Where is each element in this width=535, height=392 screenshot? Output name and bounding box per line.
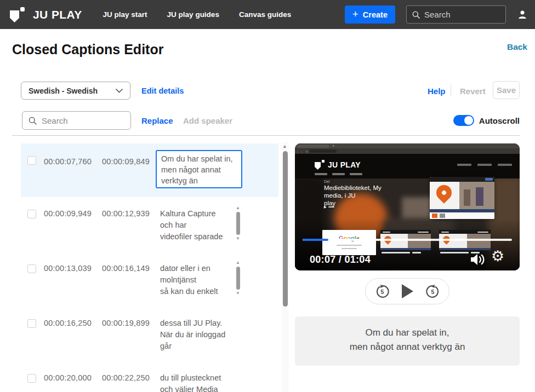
caption-row: 00:00:20,000 00:00:22,250 du till pluste… xyxy=(21,367,278,392)
caption-checkbox[interactable] xyxy=(27,210,36,218)
back-link[interactable]: Back xyxy=(507,42,527,52)
user-icon[interactable] xyxy=(517,9,528,20)
caption-end-time[interactable]: 00:00:16,149 xyxy=(102,264,150,273)
card-photo xyxy=(459,182,494,209)
forward-5-button[interactable]: 5 xyxy=(425,284,440,299)
rewind-seconds-label: 5 xyxy=(380,289,384,295)
toggle-knob xyxy=(464,116,473,125)
video-chapter-label: Del xyxy=(324,180,330,183)
caption-start-time[interactable]: 00:00:16,250 xyxy=(44,319,92,327)
video-browser-url xyxy=(309,149,337,153)
revert-button[interactable]: Revert xyxy=(460,87,486,96)
caption-text[interactable]: dessa till JU Play. När du är inloggad g… xyxy=(160,318,232,352)
caption-row: 00:00:07,760 00:00:09,849 Om du har spel… xyxy=(21,143,278,197)
scroll-up-icon[interactable]: ▲ xyxy=(236,260,240,266)
nav-link-ju-play-guides[interactable]: JU play guides xyxy=(167,10,219,19)
video-player[interactable]: + ‹ › ↻ JU PLAY Del Mediebiblioteket, My… xyxy=(295,143,520,270)
create-button[interactable]: + Create xyxy=(345,5,395,24)
video-blur-shape xyxy=(402,197,433,220)
video-browser-newtab: + xyxy=(332,144,334,148)
caption-end-time[interactable]: 00:00:19,899 xyxy=(102,319,150,327)
settings-gear-icon[interactable]: ⚙ xyxy=(491,249,504,264)
caption-end-time[interactable]: 00:00:22,250 xyxy=(102,373,150,382)
video-ju-logo-icon xyxy=(315,159,325,170)
ju-logo-body xyxy=(10,10,19,22)
section-divider xyxy=(12,135,520,136)
caption-start-time[interactable]: 00:00:07,760 xyxy=(44,157,92,166)
forward-seconds-label: 5 xyxy=(431,289,434,295)
autoscroll-toggle[interactable] xyxy=(453,115,474,126)
mini-scroll-thumb[interactable] xyxy=(236,267,240,290)
caption-row: 00:00:13,039 00:00:16,149 dator eller i … xyxy=(21,258,278,308)
play-icon: ▶ xyxy=(324,205,327,209)
video-browser-nav-arrows: ‹ › ↻ xyxy=(297,149,309,153)
caption-preview-box: Om du har spelat in, men något annat ver… xyxy=(295,316,520,366)
help-link[interactable]: Help xyxy=(428,87,446,96)
scroll-up-icon[interactable]: ▲ xyxy=(282,143,287,149)
brand-title[interactable]: JU PLAY xyxy=(33,8,82,21)
caption-checkbox[interactable] xyxy=(27,374,36,383)
chevron-down-icon xyxy=(116,89,123,93)
timeline-thumbnail xyxy=(439,230,491,255)
caption-checkbox[interactable] xyxy=(27,264,36,273)
nav-link-canvas-guides[interactable]: Canvas guides xyxy=(239,10,291,19)
top-navbar: JU PLAY JU play start JU play guides Can… xyxy=(0,0,535,29)
caption-end-time[interactable]: 00:00:12,939 xyxy=(102,209,150,218)
captions-search-input[interactable] xyxy=(42,116,118,125)
video-site-header: JU PLAY xyxy=(295,154,520,178)
video-play-badge: ▶ xyxy=(324,205,334,209)
volume-icon[interactable] xyxy=(469,252,486,267)
caption-start-time[interactable]: 00:00:13,039 xyxy=(44,264,92,273)
navbar-search-box xyxy=(406,5,506,24)
replace-button[interactable]: Replace xyxy=(141,116,173,125)
caption-start-time[interactable]: 00:00:20,000 xyxy=(44,373,92,382)
nav-link-ju-play-start[interactable]: JU play start xyxy=(103,10,147,19)
caption-checkbox[interactable] xyxy=(27,156,36,165)
timeline-thumbnail xyxy=(380,230,431,255)
scrollbar-thumb[interactable] xyxy=(283,151,288,307)
video-header-meta xyxy=(457,164,512,166)
orange-pin-icon xyxy=(433,182,455,204)
language-select[interactable]: Swedish - Swedish xyxy=(21,82,130,100)
plus-icon: + xyxy=(352,9,358,19)
caption-end-time[interactable]: 00:00:09,849 xyxy=(102,157,150,166)
captions-scrollbar[interactable]: ▲ xyxy=(282,142,289,392)
rewind-5-button[interactable]: 5 xyxy=(375,284,390,299)
caption-text[interactable]: Kaltura Capture och har videofiler spara… xyxy=(160,208,232,243)
autoscroll-label: Autoscroll xyxy=(479,116,520,125)
mini-scroll-thumb[interactable] xyxy=(236,212,240,235)
player-progress-bar[interactable] xyxy=(303,239,512,241)
video-browser-tab xyxy=(297,145,329,148)
scroll-down-icon[interactable]: ▼ xyxy=(236,236,240,241)
page-title: Closed Captions Editor xyxy=(12,42,163,57)
scroll-down-icon[interactable]: ▼ xyxy=(236,291,240,296)
video-header-nav xyxy=(315,173,362,175)
add-speaker-button[interactable]: Add speaker xyxy=(183,116,232,125)
caption-mini-scrollbar: ▲ ▼ xyxy=(235,260,241,299)
caption-text[interactable]: du till plustecknet och väljer Media xyxy=(160,372,232,392)
video-browser-tabbar: + xyxy=(295,143,520,148)
caption-preview-text: Om du har spelat in, men något annat ver… xyxy=(295,316,520,354)
scroll-up-icon[interactable]: ▲ xyxy=(236,205,240,211)
playback-controls: 5 5 xyxy=(365,278,449,304)
save-button[interactable]: Save xyxy=(493,81,520,99)
video-site-brand: JU PLAY xyxy=(328,160,361,169)
caption-text[interactable]: dator eller i en molntjänst så kan du en… xyxy=(160,263,232,297)
search-icon xyxy=(412,10,420,19)
caption-checkbox[interactable] xyxy=(27,319,36,328)
search-icon xyxy=(28,116,37,125)
caption-row: 00:00:16,250 00:00:19,899 dessa till JU … xyxy=(21,313,278,363)
create-button-label: Create xyxy=(363,10,388,19)
video-screenshot-card xyxy=(430,177,494,219)
caption-text-editor[interactable]: Om du har spelat in, men något annat ver… xyxy=(156,150,242,188)
edit-details-link[interactable]: Edit details xyxy=(141,87,184,95)
captions-search-box xyxy=(22,111,131,130)
play-button[interactable] xyxy=(402,284,413,298)
autoscroll-control: Autoscroll xyxy=(453,115,520,126)
caption-start-time[interactable]: 00:00:09,949 xyxy=(44,209,92,218)
video-browser-addressbar: ‹ › ↻ xyxy=(295,148,520,154)
navbar-search-input[interactable] xyxy=(424,10,496,19)
timeline-thumbnail-google: Google xyxy=(322,230,376,255)
ju-logo-icon[interactable] xyxy=(10,6,25,23)
closed-captions-editor: JU PLAY JU play start JU play guides Can… xyxy=(0,0,535,392)
